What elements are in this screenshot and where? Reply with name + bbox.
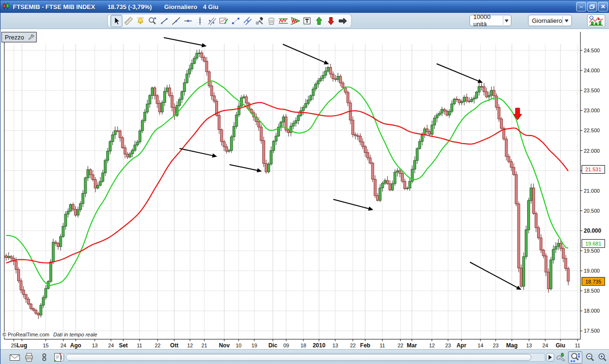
window-title-symbol: FTSEMIB - FTSE MIB INDEX bbox=[13, 3, 95, 10]
svg-text:22.500: 22.500 bbox=[584, 128, 600, 133]
svg-text:14: 14 bbox=[478, 343, 483, 348]
tool-alarm-button[interactable] bbox=[134, 15, 146, 27]
close-button[interactable]: ✕ bbox=[598, 2, 608, 11]
svg-text:20.500: 20.500 bbox=[584, 208, 600, 214]
drawing-settings-icon bbox=[255, 16, 264, 26]
price-chart[interactable]: 24.50024.00023.50023.00022.50022.00021.5… bbox=[0, 29, 609, 349]
svg-text:19: 19 bbox=[251, 343, 257, 348]
restore-button[interactable] bbox=[587, 2, 597, 11]
link-button[interactable] bbox=[39, 352, 50, 363]
chart-area[interactable]: 24.50024.00023.50023.00022.50022.00021.5… bbox=[0, 29, 609, 349]
svg-text:Apr: Apr bbox=[457, 342, 467, 349]
horizontal-scrollbar[interactable] bbox=[64, 353, 545, 362]
print-button[interactable] bbox=[23, 352, 35, 363]
fan-lines-icon bbox=[207, 16, 217, 26]
title-bar: FTSEMIB - FTSE MIB INDEX 18.735 (-3,79%)… bbox=[0, 0, 609, 13]
tool-trendline-button[interactable] bbox=[170, 15, 182, 27]
svg-text:13: 13 bbox=[92, 343, 98, 348]
segment-icon bbox=[160, 16, 169, 26]
chart-style-button[interactable] bbox=[587, 14, 605, 27]
tool-arrow-down-button[interactable] bbox=[325, 15, 337, 27]
copyright-text: © ProRealTime.com bbox=[2, 332, 50, 337]
window-title-timeframe: Giornaliero bbox=[164, 3, 197, 10]
timeframe-dropdown[interactable]: Giornaliero bbox=[528, 15, 572, 26]
zoom-in-button[interactable] bbox=[597, 352, 608, 363]
tool-delete-button[interactable] bbox=[265, 15, 277, 27]
svg-text:Giu: Giu bbox=[556, 342, 565, 349]
price-panel-tab[interactable]: Prezzo bbox=[1, 32, 37, 42]
tool-horizontal-line-button[interactable] bbox=[182, 15, 194, 27]
alarm-icon bbox=[136, 16, 145, 26]
svg-text:21: 21 bbox=[201, 343, 207, 348]
tool-vertical-line-button[interactable] bbox=[194, 15, 206, 27]
tool-arrow-up-button[interactable] bbox=[313, 15, 325, 27]
svg-text:18.500: 18.500 bbox=[584, 288, 600, 294]
tool-pointer-button[interactable] bbox=[110, 15, 122, 27]
svg-text:22: 22 bbox=[398, 343, 403, 348]
svg-text:11: 11 bbox=[379, 343, 385, 348]
svg-text:11: 11 bbox=[137, 343, 142, 348]
zoom-out-button[interactable] bbox=[584, 352, 596, 363]
svg-text:17.500: 17.500 bbox=[584, 328, 600, 334]
chevron-down-icon bbox=[562, 16, 570, 25]
trendline-icon bbox=[171, 16, 181, 26]
print-icon bbox=[24, 353, 34, 362]
svg-text:24: 24 bbox=[542, 343, 548, 348]
red-down-arrow-annotation bbox=[513, 108, 522, 120]
minimize-button[interactable]: – bbox=[576, 2, 586, 11]
report-button[interactable] bbox=[52, 352, 63, 363]
svg-text:Lug: Lug bbox=[17, 342, 27, 349]
svg-text:24.000: 24.000 bbox=[584, 68, 600, 73]
svg-text:18.000: 18.000 bbox=[584, 308, 600, 314]
svg-text:24.500: 24.500 bbox=[584, 48, 600, 53]
tool-text-button[interactable] bbox=[301, 15, 313, 27]
svg-text:25: 25 bbox=[11, 343, 17, 348]
tool-zoom-area-button[interactable] bbox=[146, 15, 158, 27]
svg-text:Ago: Ago bbox=[70, 342, 81, 349]
svg-text:12: 12 bbox=[187, 343, 193, 348]
svg-text:Nov: Nov bbox=[219, 342, 230, 349]
tool-fan-lines-button[interactable] bbox=[206, 15, 218, 27]
scroll-right-button[interactable] bbox=[546, 353, 554, 362]
tool-arrow-right-button[interactable] bbox=[337, 15, 349, 27]
svg-text:23: 23 bbox=[445, 343, 451, 348]
tool-zigzag-pattern-button[interactable] bbox=[277, 15, 289, 27]
zoom-drag-button[interactable] bbox=[568, 351, 582, 364]
units-dropdown[interactable]: 10000 unità bbox=[469, 15, 511, 26]
horizontal-line-icon bbox=[183, 16, 193, 26]
vertical-line-icon bbox=[195, 16, 205, 26]
svg-text:13: 13 bbox=[526, 343, 532, 348]
tool-ruler-button[interactable] bbox=[122, 15, 134, 27]
tool-measure-button[interactable] bbox=[230, 15, 241, 27]
measure-icon bbox=[231, 16, 240, 26]
price-panel-label: Prezzo bbox=[5, 34, 24, 41]
tool-parallel-lines-button[interactable] bbox=[241, 15, 253, 27]
tool-segment-button[interactable] bbox=[158, 15, 170, 27]
drawing-toolbar bbox=[107, 14, 352, 28]
zoom-in-icon bbox=[597, 352, 608, 363]
svg-text:24: 24 bbox=[108, 343, 114, 348]
arrow-right-icon bbox=[338, 16, 348, 26]
timeframe-dropdown-value: Giornaliero bbox=[532, 17, 562, 24]
short-ma-line bbox=[6, 81, 568, 285]
tool-drawing-settings-button[interactable] bbox=[253, 15, 265, 27]
svg-text:23.500: 23.500 bbox=[584, 88, 600, 93]
chart-settings-button[interactable] bbox=[556, 352, 567, 363]
zoom-area-icon bbox=[148, 16, 157, 26]
text-icon bbox=[302, 16, 312, 26]
scrollbar-thumb[interactable] bbox=[66, 354, 531, 361]
wrench-icon[interactable] bbox=[28, 34, 34, 40]
realtime-text: Dati in tempo reale bbox=[53, 332, 97, 337]
link-icon bbox=[40, 353, 49, 362]
tool-annotate-chart-button[interactable] bbox=[218, 15, 230, 27]
application-window: FTSEMIB - FTSE MIB INDEX 18.735 (-3,79%)… bbox=[0, 0, 609, 364]
svg-text:13: 13 bbox=[332, 343, 338, 348]
tool-triangle-pattern-button[interactable] bbox=[289, 15, 301, 27]
arrow-up-icon bbox=[314, 16, 324, 26]
annotation-arrow bbox=[201, 43, 207, 48]
mail-button[interactable] bbox=[9, 352, 20, 363]
svg-text:10: 10 bbox=[236, 343, 241, 348]
svg-text:Mag: Mag bbox=[506, 342, 518, 349]
window-title-date: 4 Giu bbox=[203, 3, 219, 10]
chart-style-icon bbox=[589, 16, 603, 26]
